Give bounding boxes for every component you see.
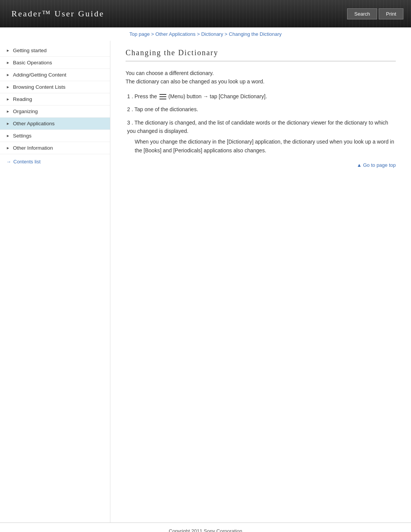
step-2: 2 . Tap one of the dictionaries. — [126, 105, 396, 113]
main-content: Changing the Dictionary You can choose a… — [110, 41, 411, 522]
header: Reader™ User Guide Search Print — [0, 0, 411, 27]
header-title: Reader™ User Guide — [0, 9, 104, 19]
chevron-right-icon: ► — [6, 109, 10, 113]
chevron-right-icon: ► — [6, 48, 10, 53]
chevron-right-icon: ► — [6, 73, 10, 77]
chevron-right-icon: ► — [6, 85, 10, 89]
intro-line2: The dictionary can also be changed as yo… — [126, 77, 396, 86]
arrow-right-icon: → — [6, 159, 11, 165]
menu-icon — [159, 94, 166, 99]
chevron-right-icon: ► — [6, 134, 10, 138]
sidebar-item-reading[interactable]: ► Reading — [0, 93, 110, 105]
sidebar-item-getting-started[interactable]: ► Getting started — [0, 45, 110, 57]
go-to-top: ▲ Go to page top — [126, 162, 396, 168]
step-3: 3 . The dictionary is changed, and the l… — [126, 118, 396, 155]
sidebar-item-label: Adding/Getting Content — [13, 72, 66, 78]
sidebar-item-other-information[interactable]: ► Other Information — [0, 142, 110, 154]
sidebar-item-label: Settings — [13, 133, 32, 139]
sidebar-item-settings[interactable]: ► Settings — [0, 130, 110, 142]
intro-line1: You can choose a different dictionary. — [126, 69, 396, 77]
sidebar-item-label: Other Applications — [13, 121, 55, 126]
breadcrumb: Top page > Other Applications > Dictiona… — [0, 27, 411, 41]
chevron-right-icon: ► — [6, 61, 10, 65]
step-list: 1 . Press the (Menu) button → tap [Chang… — [126, 92, 396, 155]
print-button[interactable]: Print — [379, 8, 403, 19]
copyright-text: Copyright 2011 Sony Corporation — [169, 528, 242, 532]
sidebar-item-browsing-content-lists[interactable]: ► Browsing Content Lists — [0, 81, 110, 93]
step-3-num: 3 . — [127, 120, 133, 126]
sidebar-item-label: Browsing Content Lists — [13, 84, 65, 90]
page-title: Changing the Dictionary — [126, 48, 396, 61]
chevron-right-icon: ► — [6, 97, 10, 101]
chevron-right-icon: ► — [6, 146, 10, 150]
breadcrumb-dictionary[interactable]: Dictionary — [201, 31, 223, 37]
sidebar-item-other-applications[interactable]: ► Other Applications — [0, 118, 110, 130]
sidebar-item-label: Reading — [13, 96, 32, 102]
search-button[interactable]: Search — [347, 8, 377, 19]
sidebar-item-basic-operations[interactable]: ► Basic Operations — [0, 57, 110, 69]
breadcrumb-other-applications[interactable]: Other Applications — [155, 31, 196, 37]
sidebar-item-label: Other Information — [13, 145, 53, 151]
sidebar-item-label: Getting started — [13, 48, 47, 53]
go-to-top-link[interactable]: ▲ Go to page top — [357, 162, 396, 168]
step-3-note: When you change the dictionary in the [D… — [135, 137, 396, 155]
header-buttons: Search Print — [347, 8, 411, 19]
chevron-right-icon: ► — [6, 121, 10, 126]
footer: Copyright 2011 Sony Corporation — [0, 522, 411, 532]
layout: ► Getting started ► Basic Operations ► A… — [0, 41, 411, 522]
sidebar-item-label: Organizing — [13, 109, 38, 114]
step-1: 1 . Press the (Menu) button → tap [Chang… — [126, 92, 396, 101]
sidebar-item-adding-getting-content[interactable]: ► Adding/Getting Content — [0, 69, 110, 81]
sidebar-item-organizing[interactable]: ► Organizing — [0, 105, 110, 118]
step-1-num: 1 . — [127, 93, 133, 99]
contents-link-container: → Contents list — [0, 154, 110, 169]
sidebar: ► Getting started ► Basic Operations ► A… — [0, 41, 110, 522]
intro-text: You can choose a different dictionary. T… — [126, 69, 396, 86]
breadcrumb-changing-dictionary[interactable]: Changing the Dictionary — [229, 31, 282, 37]
contents-list-link[interactable]: Contents list — [13, 159, 41, 165]
sidebar-item-label: Basic Operations — [13, 60, 52, 66]
breadcrumb-top-page[interactable]: Top page — [129, 31, 150, 37]
step-2-num: 2 . — [127, 106, 133, 112]
